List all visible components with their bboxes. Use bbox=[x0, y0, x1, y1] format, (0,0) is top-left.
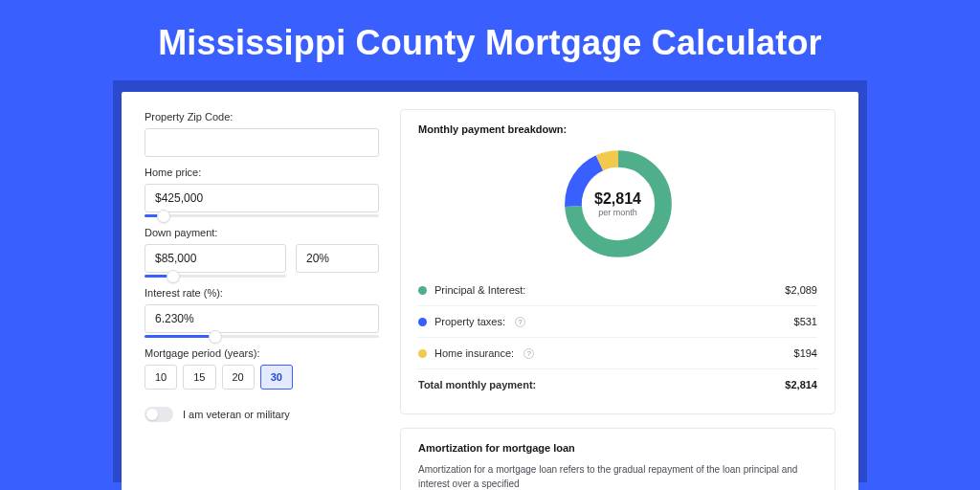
amortization-panel: Amortization for mortgage loan Amortizat… bbox=[400, 428, 835, 490]
legend-dot bbox=[418, 286, 427, 295]
legend-label: Principal & Interest: bbox=[434, 284, 525, 296]
legend-label: Property taxes: bbox=[434, 316, 505, 327]
breakdown-title: Monthly payment breakdown: bbox=[418, 123, 817, 135]
period-label: Mortgage period (years): bbox=[145, 347, 379, 359]
slider-thumb[interactable] bbox=[157, 210, 170, 223]
donut-total: $2,814 bbox=[594, 190, 641, 208]
home-price-input[interactable] bbox=[145, 184, 379, 212]
page-title: Mississippi County Mortgage Calculator bbox=[0, 0, 980, 80]
calculator-card: Property Zip Code: Home price: Down paym… bbox=[122, 92, 858, 490]
legend-row: Principal & Interest:$2,089 bbox=[418, 275, 817, 305]
legend-row: Property taxes:?$531 bbox=[418, 305, 817, 337]
total-amount: $2,814 bbox=[785, 379, 817, 390]
legend-row: Home insurance:?$194 bbox=[418, 337, 817, 368]
amortization-title: Amortization for mortgage loan bbox=[418, 442, 817, 454]
legend-dot bbox=[418, 318, 427, 326]
home-price-slider[interactable] bbox=[145, 214, 379, 217]
zip-label: Property Zip Code: bbox=[145, 111, 379, 122]
interest-slider[interactable] bbox=[145, 335, 379, 338]
veteran-row: I am veteran or military bbox=[145, 407, 379, 422]
legend-label: Home insurance: bbox=[434, 347, 514, 359]
period-option-30[interactable]: 30 bbox=[260, 365, 293, 390]
legend-total-row: Total monthly payment: $2,814 bbox=[418, 368, 817, 400]
veteran-toggle[interactable] bbox=[145, 407, 173, 422]
toggle-knob bbox=[146, 409, 158, 420]
period-options: 10152030 bbox=[145, 365, 379, 390]
legend-amount: $194 bbox=[794, 347, 817, 359]
legend: Principal & Interest:$2,089Property taxe… bbox=[418, 275, 817, 368]
veteran-label: I am veteran or military bbox=[183, 409, 290, 420]
donut-chart: $2,814 per month bbox=[559, 145, 678, 263]
down-payment-pct-input[interactable] bbox=[296, 244, 379, 273]
down-payment-row bbox=[145, 244, 379, 278]
down-payment-slider[interactable] bbox=[145, 275, 286, 278]
zip-input-wrap bbox=[145, 128, 379, 157]
down-payment-label: Down payment: bbox=[145, 227, 379, 238]
donut-center: $2,814 per month bbox=[594, 190, 641, 217]
period-option-15[interactable]: 15 bbox=[183, 365, 215, 390]
legend-amount: $2,089 bbox=[785, 284, 817, 296]
form-column: Property Zip Code: Home price: Down paym… bbox=[145, 109, 379, 490]
help-icon[interactable]: ? bbox=[515, 317, 525, 327]
interest-label: Interest rate (%): bbox=[145, 287, 379, 299]
card-shadow: Property Zip Code: Home price: Down paym… bbox=[113, 80, 867, 482]
legend-dot bbox=[418, 349, 427, 358]
amortization-body: Amortization for a mortgage loan refers … bbox=[418, 463, 817, 490]
interest-wrap bbox=[145, 304, 379, 338]
donut-wrap: $2,814 per month bbox=[418, 145, 817, 263]
slider-thumb[interactable] bbox=[209, 330, 222, 344]
legend-amount: $531 bbox=[794, 316, 817, 327]
interest-input[interactable] bbox=[145, 304, 379, 333]
period-option-20[interactable]: 20 bbox=[222, 365, 255, 390]
down-payment-amount-input[interactable] bbox=[145, 244, 286, 273]
help-icon[interactable]: ? bbox=[523, 348, 534, 359]
period-option-10[interactable]: 10 bbox=[145, 365, 177, 390]
donut-sub: per month bbox=[594, 208, 641, 217]
slider-fill bbox=[145, 335, 215, 338]
slider-thumb[interactable] bbox=[167, 270, 180, 283]
home-price-label: Home price: bbox=[145, 167, 379, 178]
home-price-wrap bbox=[145, 184, 379, 217]
total-label: Total monthly payment: bbox=[418, 379, 536, 390]
breakdown-panel: Monthly payment breakdown: $2,814 per mo… bbox=[400, 109, 835, 414]
zip-input[interactable] bbox=[145, 128, 379, 157]
breakdown-column: Monthly payment breakdown: $2,814 per mo… bbox=[379, 109, 835, 490]
